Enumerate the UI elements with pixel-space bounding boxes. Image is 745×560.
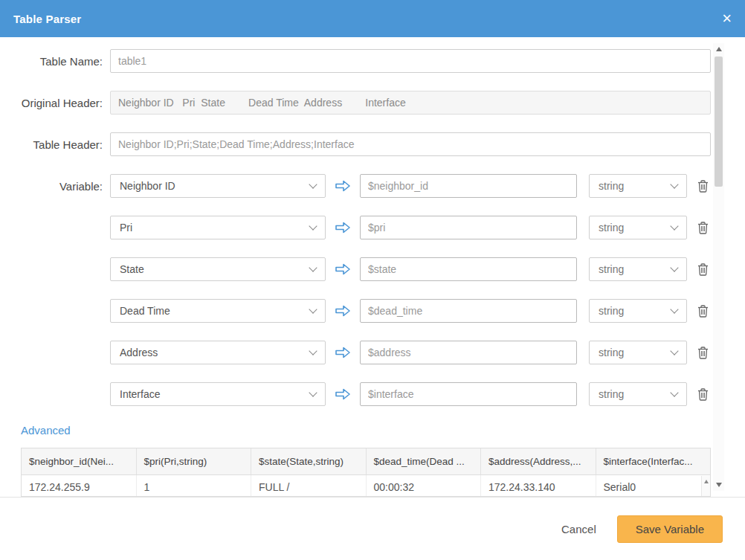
delete-variable-icon[interactable] bbox=[697, 388, 709, 401]
variable-column-value: Interface bbox=[120, 388, 160, 400]
scrollbar-thumb[interactable] bbox=[715, 57, 723, 187]
table-header-cell[interactable]: $state(State,string) bbox=[251, 448, 367, 474]
table-parser-dialog: Table Parser × Table Name: Original Head… bbox=[0, 0, 745, 560]
chevron-down-icon bbox=[309, 263, 317, 271]
table-header-cell[interactable]: $address(Address,... bbox=[481, 448, 596, 474]
variable-type-select[interactable]: string bbox=[589, 257, 687, 281]
table-header-cell[interactable]: $pri(Pri,string) bbox=[137, 448, 252, 474]
save-variable-button[interactable]: Save Variable bbox=[617, 515, 723, 543]
delete-variable-icon[interactable] bbox=[697, 263, 709, 276]
original-header-row: Original Header: Neighbor ID Pri State D… bbox=[0, 91, 745, 115]
advanced-link[interactable]: Advanced bbox=[21, 424, 71, 437]
variable-column-select[interactable]: Pri bbox=[110, 216, 326, 239]
table-scrollbar[interactable] bbox=[701, 476, 710, 496]
dialog-footer: Cancel Save Variable bbox=[0, 497, 745, 560]
variable-column-select[interactable]: Neighbor ID bbox=[110, 174, 326, 198]
variable-name-input[interactable] bbox=[360, 341, 577, 364]
variable-row: Pri string bbox=[0, 216, 745, 239]
chevron-down-icon bbox=[309, 347, 317, 355]
chevron-down-icon bbox=[670, 347, 678, 355]
scroll-up-icon[interactable] bbox=[704, 480, 709, 483]
variable-row: Interface string bbox=[0, 382, 745, 406]
map-arrow-icon bbox=[335, 305, 351, 317]
chevron-down-icon bbox=[670, 263, 678, 271]
chevron-down-icon bbox=[670, 388, 678, 396]
variable-type-select[interactable]: string bbox=[589, 382, 687, 406]
dialog-body: Table Name: Original Header: Neighbor ID… bbox=[0, 37, 745, 497]
close-icon[interactable]: × bbox=[722, 10, 732, 27]
table-name-row: Table Name: bbox=[0, 49, 745, 73]
variable-type-value: string bbox=[599, 347, 624, 358]
table-row: 172.24.255.9 1 FULL / 00:00:32 172.24.33… bbox=[22, 475, 710, 497]
chevron-down-icon bbox=[309, 180, 317, 188]
chevron-down-icon bbox=[670, 222, 678, 230]
table-header-cell[interactable]: $interface(Interfac... bbox=[596, 448, 711, 474]
table-cell: 00:00:32 bbox=[367, 475, 482, 497]
table-header-row: $neighbor_id(Nei... $pri(Pri,string) $st… bbox=[22, 448, 710, 475]
original-header-field: Neighbor ID Pri State Dead Time Address … bbox=[110, 91, 711, 115]
chevron-down-icon bbox=[670, 305, 678, 313]
advanced-preview-table: $neighbor_id(Nei... $pri(Pri,string) $st… bbox=[21, 448, 711, 497]
table-cell: Serial0 bbox=[596, 475, 711, 497]
map-arrow-icon bbox=[335, 180, 351, 192]
variable-name-input[interactable] bbox=[360, 257, 577, 281]
delete-variable-icon[interactable] bbox=[697, 347, 709, 359]
delete-variable-icon[interactable] bbox=[697, 305, 709, 318]
variable-type-value: string bbox=[599, 388, 624, 400]
scroll-up-button[interactable] bbox=[713, 45, 724, 54]
variable-type-value: string bbox=[599, 305, 624, 317]
variable-type-value: string bbox=[599, 263, 624, 275]
variable-column-value: Address bbox=[120, 347, 158, 358]
table-cell: FULL / bbox=[251, 475, 367, 497]
variable-row: Variable: Neighbor ID string bbox=[0, 174, 745, 198]
variable-name-input[interactable] bbox=[360, 216, 577, 239]
variable-column-value: Pri bbox=[120, 222, 132, 234]
dialog-scrollbar[interactable] bbox=[713, 43, 724, 491]
variable-type-value: string bbox=[599, 222, 624, 234]
delete-variable-icon[interactable] bbox=[697, 180, 709, 193]
variable-label: Variable: bbox=[0, 180, 110, 193]
table-header-input[interactable] bbox=[110, 132, 711, 156]
table-name-input[interactable] bbox=[110, 49, 711, 73]
variable-name-input[interactable] bbox=[360, 382, 577, 406]
table-header-label: Table Header: bbox=[0, 138, 110, 151]
variable-name-input[interactable] bbox=[360, 174, 577, 198]
variable-row: State string bbox=[0, 257, 745, 281]
map-arrow-icon bbox=[335, 388, 351, 400]
variable-column-select[interactable]: Dead Time bbox=[110, 299, 326, 323]
variable-column-value: Dead Time bbox=[120, 305, 170, 317]
original-header-label: Original Header: bbox=[0, 97, 110, 109]
dialog-title: Table Parser bbox=[13, 13, 81, 25]
dialog-titlebar: Table Parser × bbox=[0, 0, 745, 37]
table-cell: 1 bbox=[137, 475, 252, 497]
chevron-down-icon bbox=[670, 180, 678, 188]
variable-column-select[interactable]: Interface bbox=[110, 382, 326, 406]
variable-column-value: Neighbor ID bbox=[120, 180, 175, 192]
table-header-cell[interactable]: $dead_time(Dead ... bbox=[367, 448, 482, 474]
variable-name-input[interactable] bbox=[360, 299, 577, 323]
table-header-cell[interactable]: $neighbor_id(Nei... bbox=[22, 448, 137, 474]
cancel-button[interactable]: Cancel bbox=[561, 523, 596, 535]
variable-type-select[interactable]: string bbox=[589, 341, 687, 364]
variable-column-select[interactable]: Address bbox=[110, 341, 326, 364]
variable-type-select[interactable]: string bbox=[589, 216, 687, 239]
variable-type-select[interactable]: string bbox=[589, 174, 687, 198]
variable-type-value: string bbox=[599, 180, 624, 192]
delete-variable-icon[interactable] bbox=[697, 222, 709, 234]
map-arrow-icon bbox=[335, 347, 351, 358]
scroll-up-icon bbox=[716, 47, 722, 51]
chevron-down-icon bbox=[309, 388, 317, 396]
scroll-down-button[interactable] bbox=[713, 480, 724, 489]
variable-type-select[interactable]: string bbox=[589, 299, 687, 323]
chevron-down-icon bbox=[309, 305, 317, 313]
variable-row: Address string bbox=[0, 341, 745, 364]
scroll-down-icon bbox=[716, 483, 722, 487]
chevron-down-icon bbox=[309, 222, 317, 230]
map-arrow-icon bbox=[335, 263, 351, 275]
table-cell: 172.24.33.140 bbox=[481, 475, 596, 497]
map-arrow-icon bbox=[335, 222, 351, 234]
variable-row: Dead Time string bbox=[0, 299, 745, 323]
variable-column-select[interactable]: State bbox=[110, 257, 326, 281]
table-name-label: Table Name: bbox=[0, 55, 110, 68]
variable-column-value: State bbox=[120, 263, 144, 275]
